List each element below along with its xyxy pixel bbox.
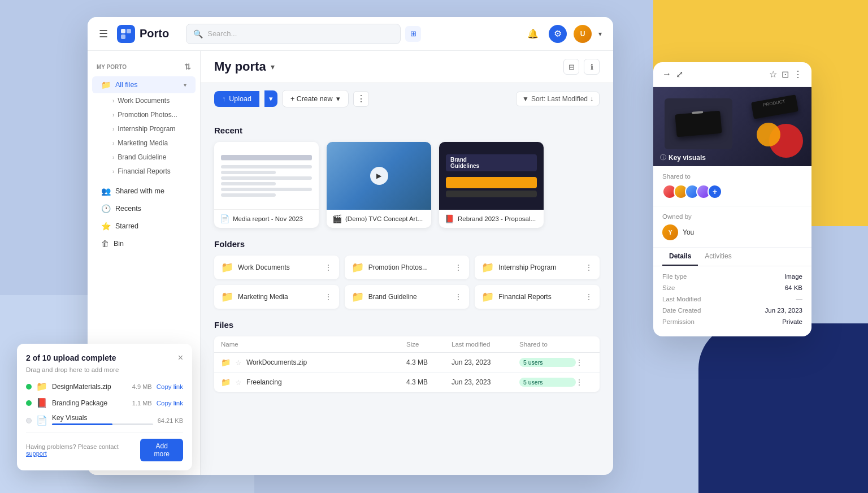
sidebar-expand-icon[interactable]: ⇅: [184, 62, 191, 71]
page-title-dropdown[interactable]: ▾: [271, 62, 275, 71]
sidebar-item-bin[interactable]: 🗑 Bin: [92, 235, 196, 252]
preview-box-left: [665, 98, 732, 149]
detail-label-2: Last Modified: [662, 296, 701, 302]
upload-label: Upload: [229, 95, 251, 103]
panel-expand-icon[interactable]: ⤢: [676, 69, 683, 80]
sidebar-sub-internship[interactable]: › Internship Program: [92, 122, 196, 136]
folder-more-3[interactable]: ⋮: [324, 292, 332, 301]
sidebar-sub-financial[interactable]: › Financial Reports: [92, 165, 196, 178]
sidebar-item-starred[interactable]: ⭐ Starred: [92, 218, 196, 235]
folder-more-2[interactable]: ⋮: [585, 263, 593, 272]
star-icon-1[interactable]: ☆: [235, 378, 242, 387]
folder-item-5[interactable]: 📁 Financial Reports ⋮: [475, 285, 600, 309]
sub-label: Work Documents: [118, 97, 170, 105]
brand-header-bar: BrandGuidelines: [446, 154, 537, 171]
create-new-button[interactable]: + Create new ▾: [282, 90, 349, 107]
panel-back-icon[interactable]: →: [662, 69, 671, 80]
sort-button[interactable]: ▼ Sort: Last Modified ↓: [516, 92, 600, 106]
detail-value-1: 64 KB: [785, 284, 802, 291]
folder-item-0[interactable]: 📁 Work Documents ⋮: [214, 256, 339, 279]
my-porto-label: MY PORTO: [97, 64, 127, 70]
app-logo-text: Porto: [140, 27, 169, 40]
header: ☰ Porto 🔍 Search... ⊞ 🔔 ⚙ U ▾: [88, 17, 613, 51]
tab-activities[interactable]: Activities: [698, 248, 738, 266]
recent-file-card-0[interactable]: 📄 Media report - Nov 2023: [214, 142, 319, 228]
help-link[interactable]: support: [26, 450, 47, 457]
sidebar-item-recents[interactable]: 🕐 Recents: [92, 200, 196, 217]
panel-share-icon[interactable]: ⊡: [782, 69, 789, 80]
folder-name-4: Brand Guideline: [368, 293, 450, 301]
upload-file-icon-0: 📁: [36, 381, 47, 392]
folder-item-3[interactable]: 📁 Marketing Media ⋮: [214, 285, 339, 309]
file-size-0: 4.3 MB: [406, 358, 452, 366]
panel-more-icon[interactable]: ⋮: [793, 69, 802, 80]
brand-bars: [446, 177, 537, 197]
sub-arrow-icon: ›: [112, 112, 114, 118]
folder-name-2: Internship Program: [498, 263, 580, 271]
folder-more-1[interactable]: ⋮: [454, 263, 462, 272]
bg-dark-blue-shape: [698, 323, 868, 493]
folder-item-4[interactable]: 📁 Brand Guideline ⋮: [345, 285, 470, 309]
upload-close-button[interactable]: ×: [178, 353, 183, 363]
folder-more-5[interactable]: ⋮: [585, 292, 593, 301]
upload-file-icon-1: 📕: [36, 397, 47, 408]
add-more-button[interactable]: Add more: [140, 439, 183, 461]
panel-star-icon[interactable]: ☆: [769, 69, 777, 80]
header-actions: 🔔 ⚙ U ▾: [524, 25, 602, 43]
sidebar-sub-promotion[interactable]: › Promotion Photos...: [92, 108, 196, 122]
folder-item-2[interactable]: 📁 Internship Program ⋮: [475, 256, 600, 279]
shared-avatar-add[interactable]: +: [708, 184, 722, 199]
upload-file-size-0: 4.9 MB: [132, 383, 152, 390]
doc-line: [221, 188, 312, 191]
folder-icon: 📁: [101, 80, 111, 89]
more-options-button[interactable]: ⋮: [353, 91, 369, 107]
sub-label: Financial Reports: [118, 167, 170, 175]
search-bar[interactable]: 🔍 Search...: [186, 24, 401, 44]
sort-icon: ▼: [522, 95, 529, 103]
copy-link-button-0[interactable]: Copy link: [157, 383, 183, 390]
sidebar-sub-brand[interactable]: › Brand Guideline: [92, 150, 196, 164]
info-button[interactable]: ℹ: [584, 59, 600, 75]
settings-button[interactable]: ⚙: [549, 25, 567, 43]
product-dark-box: [675, 111, 722, 137]
help-text: Having problems? Please contact: [26, 443, 119, 450]
table-row-1[interactable]: 📁 ☆ Freelancing 4.3 MB Jun 23, 2023 5 us…: [214, 373, 600, 392]
tab-details[interactable]: Details: [662, 248, 698, 266]
filter-icon[interactable]: ⊞: [405, 26, 421, 42]
sidebar-item-all-files[interactable]: 📁 All files ▾: [92, 76, 196, 93]
folder-icon: 📁: [481, 261, 494, 274]
upload-button[interactable]: ↑ Upload: [214, 91, 259, 107]
row-more-0[interactable]: ⋮: [576, 358, 593, 366]
shared-icon: 👥: [101, 187, 111, 196]
col-modified: Last modified: [452, 341, 519, 348]
app-logo-icon: [117, 25, 135, 43]
row-more-1[interactable]: ⋮: [576, 378, 593, 386]
menu-icon[interactable]: ☰: [99, 28, 108, 40]
avatar-chevron[interactable]: ▾: [598, 30, 602, 38]
table-row-0[interactable]: 📁 ☆ WorkDocuments.zip 4.3 MB Jun 23, 202…: [214, 353, 600, 373]
folder-more-0[interactable]: ⋮: [324, 263, 332, 272]
notification-bell[interactable]: 🔔: [524, 25, 542, 43]
upload-dropdown-button[interactable]: ▾: [264, 90, 277, 107]
grid-view-button[interactable]: ⊟: [563, 59, 579, 75]
upload-file-size-2: 64.21 KB: [158, 417, 183, 424]
copy-link-button-1[interactable]: Copy link: [157, 400, 183, 406]
sidebar-sub-work-docs[interactable]: › Work Documents: [92, 94, 196, 107]
folder-icon: 📁: [221, 291, 233, 303]
user-avatar[interactable]: U: [574, 25, 592, 43]
star-icon-0[interactable]: ☆: [235, 358, 242, 367]
sidebar-item-shared[interactable]: 👥 Shared with me: [92, 183, 196, 200]
upload-file-name-2: Key Visuals: [52, 414, 153, 422]
folder-item-1[interactable]: 📁 Promotion Photos... ⋮: [345, 256, 470, 279]
product-label: PRODUCT: [751, 94, 797, 112]
play-button[interactable]: ▶: [370, 167, 388, 185]
col-actions: [576, 341, 593, 348]
recent-file-card-2[interactable]: BrandGuidelines 📕 Rebrand 2023 - Proposa…: [439, 142, 544, 228]
folder-icon: 📁: [481, 291, 494, 303]
panel-action-icons: ☆ ⊡ ⋮: [769, 69, 802, 80]
recent-file-card-1[interactable]: ▶ 🎬 (Demo) TVC Concept Art...: [327, 142, 431, 228]
sidebar-sub-marketing[interactable]: › Marketing Media: [92, 136, 196, 150]
shared-tag-0: 5 users: [519, 358, 576, 367]
toolbar: ↑ Upload ▾ + Create new ▾ ⋮ ▼ Sort: Last…: [201, 83, 613, 114]
folder-more-4[interactable]: ⋮: [454, 292, 462, 301]
